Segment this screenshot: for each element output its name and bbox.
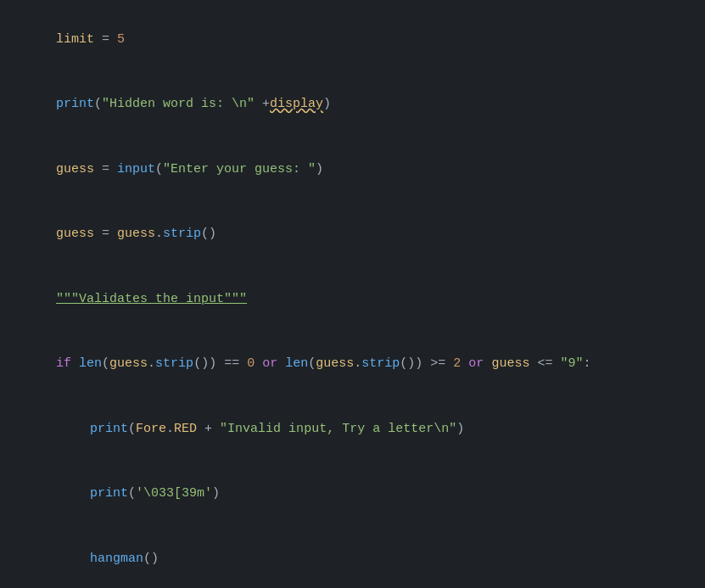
code-line-8: print('\033[39m') [0,462,705,527]
token-str: '\033[39m' [136,486,212,501]
token-fn: input [117,162,155,176]
code-line-4: guess = guess.strip() [0,202,705,267]
token-str: "Invalid input, Try a letter\n" [220,422,456,436]
token-var: display [270,97,323,111]
code-line-1: limit = 5 [0,7,705,72]
token-var: limit [56,32,94,47]
token-docstring: """Validates the input""" [56,292,247,306]
token-fn: print [56,97,94,111]
token-var: guess [56,227,94,241]
token-num: 5 [117,32,125,47]
token-or: or [262,356,277,371]
code-editor: limit = 5 print("Hidden word is: \n" +di… [0,0,705,588]
code-line-3: guess = input("Enter your guess: ") [0,137,705,202]
code-line-6: if len(guess.strip()) == 0 or len(guess.… [0,332,705,397]
code-line-2: print("Hidden word is: \n" +display) [0,72,705,137]
token-str: "Enter your guess: " [163,162,316,176]
code-line-7: print(Fore.RED + "Invalid input, Try a l… [0,396,705,462]
code-line-9: hangman() [0,526,705,588]
token-var: guess [56,162,94,176]
code-line-5: """Validates the input""" [0,266,705,332]
token-str: "Hidden word is: \n" [102,97,255,111]
token-kw: if [56,356,71,371]
